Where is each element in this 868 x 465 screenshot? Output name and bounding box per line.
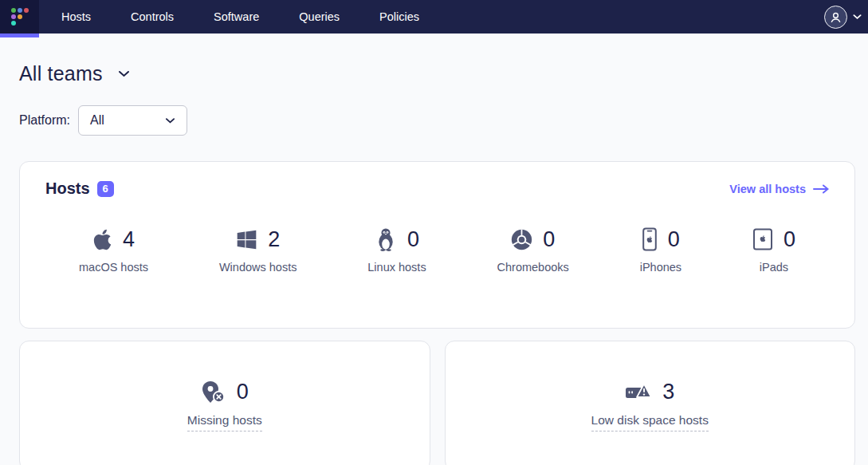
nav-item-software[interactable]: Software <box>214 0 259 33</box>
linux-count: 0 <box>407 227 419 252</box>
macos-count: 4 <box>123 227 135 252</box>
nav-item-policies[interactable]: Policies <box>379 0 419 33</box>
hosts-card-title: Hosts <box>45 179 90 198</box>
platform-select[interactable]: All <box>78 105 187 136</box>
platform-stats-row: 4 macOS hosts 2 Windows hosts <box>45 227 829 274</box>
linux-icon <box>375 227 397 251</box>
fleet-logo-icon <box>10 6 30 27</box>
dashboard-page: All teams Platform: All Hosts 6 View all… <box>0 33 868 465</box>
chevron-down-icon <box>165 117 175 124</box>
teams-dropdown[interactable]: All teams <box>19 62 130 85</box>
page-title: All teams <box>19 62 103 85</box>
fleet-logo[interactable] <box>0 0 39 33</box>
arrow-right-icon <box>813 184 829 194</box>
chrome-icon <box>511 229 532 250</box>
nav-item-queries[interactable]: Queries <box>299 0 340 33</box>
low-disk-space-label[interactable]: Low disk space hosts <box>591 413 709 432</box>
stat-linux[interactable]: 0 Linux hosts <box>367 227 426 274</box>
user-menu[interactable] <box>824 6 868 29</box>
chromebooks-count: 0 <box>543 227 555 252</box>
iphone-icon <box>642 227 658 251</box>
chevron-down-icon <box>118 70 130 78</box>
linux-label: Linux hosts <box>367 261 426 274</box>
top-navbar: Hosts Controls Software Queries Policies <box>0 0 868 33</box>
missing-hosts-label[interactable]: Missing hosts <box>187 413 262 432</box>
hosts-card-header: Hosts 6 View all hosts <box>45 179 829 198</box>
platform-label: Platform: <box>19 113 70 128</box>
low-disk-space-icon <box>625 380 652 404</box>
macos-label: macOS hosts <box>79 261 148 274</box>
stat-chromebooks[interactable]: 0 Chromebooks <box>497 227 569 274</box>
nav-item-hosts[interactable]: Hosts <box>61 0 91 33</box>
view-all-hosts-link[interactable]: View all hosts <box>729 183 829 195</box>
stat-macos[interactable]: 4 macOS hosts <box>79 227 148 274</box>
stat-windows[interactable]: 2 Windows hosts <box>219 227 297 274</box>
stat-iphones[interactable]: 0 iPhones <box>640 227 681 274</box>
iphones-count: 0 <box>668 227 680 252</box>
avatar <box>824 6 847 29</box>
main-nav: Hosts Controls Software Queries Policies <box>61 0 419 33</box>
windows-count: 2 <box>268 227 280 252</box>
iphones-label: iPhones <box>640 261 681 274</box>
low-disk-space-card: 3 Low disk space hosts <box>445 341 856 465</box>
summary-cards-row: 0 Missing hosts 3 Low disk space hosts <box>19 341 855 465</box>
chromebooks-label: Chromebooks <box>497 261 569 274</box>
hosts-count-badge: 6 <box>97 181 114 197</box>
missing-hosts-card: 0 Missing hosts <box>19 341 430 465</box>
nav-item-controls[interactable]: Controls <box>131 0 174 33</box>
stat-ipads[interactable]: 0 iPads <box>752 227 795 274</box>
view-all-hosts-label: View all hosts <box>729 183 806 195</box>
windows-label: Windows hosts <box>219 261 297 274</box>
active-nav-indicator <box>0 33 39 37</box>
platform-filter-row: Platform: All <box>19 105 855 136</box>
ipad-icon <box>752 227 773 251</box>
platform-select-value: All <box>90 113 104 128</box>
apple-icon <box>92 228 112 251</box>
low-disk-space-count: 3 <box>662 380 674 404</box>
chevron-down-icon <box>853 14 862 20</box>
missing-host-icon <box>201 380 226 404</box>
ipads-label: iPads <box>760 261 788 274</box>
user-icon <box>829 10 842 24</box>
hosts-summary-card: Hosts 6 View all hosts 4 macOS hosts <box>19 161 855 329</box>
missing-hosts-count: 0 <box>237 380 249 404</box>
windows-icon <box>236 229 257 250</box>
ipads-count: 0 <box>784 227 795 252</box>
